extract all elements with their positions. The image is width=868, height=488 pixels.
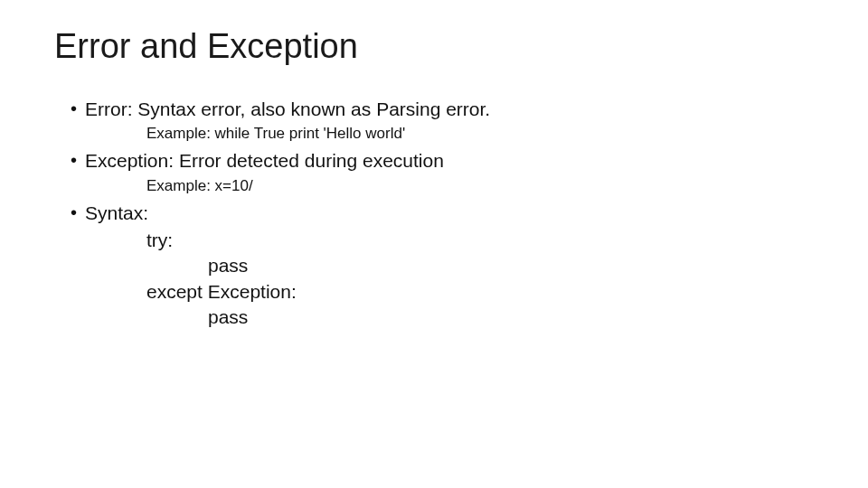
slide: Error and Exception Error: Syntax error,… xyxy=(0,0,868,488)
bullet-error: Error: Syntax error, also known as Parsi… xyxy=(71,97,814,122)
slide-content: Error: Syntax error, also known as Parsi… xyxy=(54,97,814,330)
bullet-exception: Exception: Error detected during executi… xyxy=(71,148,814,174)
bullet-syntax: Syntax: xyxy=(71,201,814,226)
code-pass-2: pass xyxy=(208,305,814,330)
code-except: except Exception: xyxy=(146,279,814,305)
slide-title: Error and Exception xyxy=(54,27,814,66)
example-error: Example: while True print 'Hello world' xyxy=(146,124,814,145)
code-try: try: xyxy=(146,228,814,253)
code-pass-1: pass xyxy=(208,253,814,278)
example-exception: Example: x=10/ xyxy=(146,176,814,197)
